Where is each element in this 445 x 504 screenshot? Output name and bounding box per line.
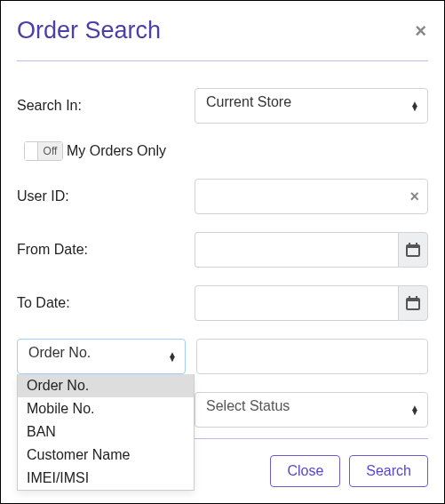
- search-type-select-wrap: Order No. ▲▼ Order No. Mobile No. BAN Cu…: [17, 339, 186, 374]
- calendar-icon: [406, 243, 420, 257]
- toggle-knob: [25, 142, 37, 160]
- order-search-modal: Order Search × Search In: Current Store …: [1, 1, 444, 503]
- dropdown-option-imei-imsi[interactable]: IMEI/IMSI: [18, 467, 194, 490]
- modal-title: Order Search: [17, 17, 161, 44]
- my-orders-row: Off My Orders Only: [17, 141, 428, 161]
- dropdown-option-ban[interactable]: BAN: [18, 420, 194, 444]
- form-body: Search In: Current Store ▲▼ Off My Order…: [17, 61, 428, 428]
- dropdown-option-customer-name[interactable]: Customer Name: [18, 444, 194, 467]
- to-date-input[interactable]: [195, 285, 398, 321]
- from-date-calendar-button[interactable]: [398, 232, 428, 268]
- close-icon[interactable]: ×: [413, 21, 428, 41]
- search-in-select[interactable]: Current Store: [195, 88, 428, 124]
- dropdown-option-mobile-no[interactable]: Mobile No.: [18, 397, 194, 420]
- status-select-wrap: Select Status ▲▼: [195, 392, 428, 428]
- modal-header: Order Search ×: [17, 1, 428, 61]
- search-in-row: Search In: Current Store ▲▼: [17, 88, 428, 124]
- to-date-calendar-button[interactable]: [398, 285, 428, 321]
- from-date-row: From Date:: [17, 232, 428, 268]
- from-date-label: From Date:: [17, 242, 195, 258]
- dropdown-option-order-no[interactable]: Order No.: [18, 374, 194, 397]
- from-date-wrap: [195, 232, 428, 268]
- calendar-icon: [406, 296, 420, 310]
- search-type-select[interactable]: Order No.: [17, 339, 186, 374]
- status-select[interactable]: Select Status: [195, 392, 428, 428]
- user-id-row: User ID: ×: [17, 179, 428, 214]
- my-orders-toggle[interactable]: Off: [24, 141, 63, 161]
- search-value-input[interactable]: [196, 339, 428, 374]
- to-date-wrap: [195, 285, 428, 321]
- toggle-state-label: Off: [37, 142, 62, 160]
- search-in-label: Search In:: [17, 98, 195, 114]
- user-id-label: User ID:: [17, 188, 195, 204]
- to-date-row: To Date:: [17, 285, 428, 321]
- search-value-wrap: [196, 339, 428, 374]
- from-date-input[interactable]: [195, 232, 398, 268]
- search-type-row: Order No. ▲▼ Order No. Mobile No. BAN Cu…: [17, 339, 428, 374]
- close-button[interactable]: Close: [270, 455, 340, 487]
- search-type-dropdown: Order No. Mobile No. BAN Customer Name I…: [17, 374, 195, 491]
- to-date-label: To Date:: [17, 295, 195, 311]
- search-in-select-wrap: Current Store ▲▼: [195, 88, 428, 124]
- my-orders-label: My Orders Only: [67, 143, 166, 159]
- user-id-input[interactable]: [195, 179, 428, 214]
- search-button[interactable]: Search: [349, 455, 428, 487]
- clear-icon[interactable]: ×: [409, 188, 419, 206]
- user-id-input-wrap: ×: [195, 179, 428, 214]
